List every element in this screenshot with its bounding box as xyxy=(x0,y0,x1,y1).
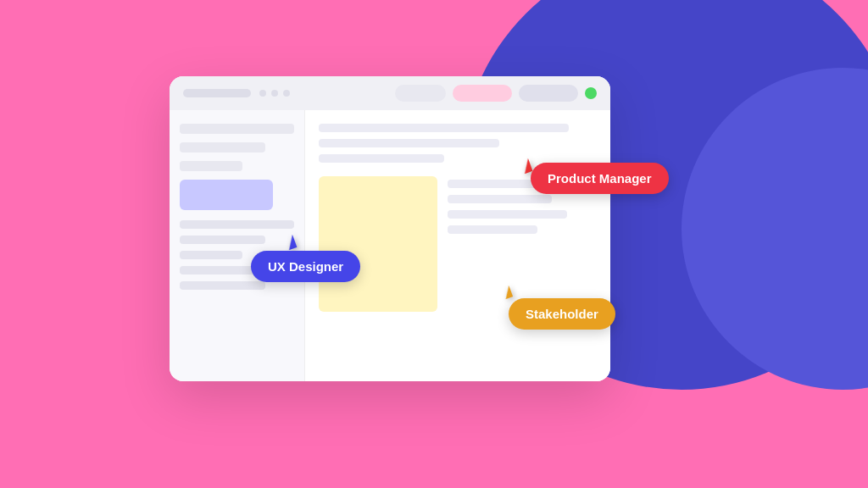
content-white-area xyxy=(448,176,597,312)
sidebar-line-3 xyxy=(180,251,242,259)
browser-titlebar xyxy=(170,76,610,110)
main-bar-2 xyxy=(319,139,499,147)
browser-main xyxy=(305,110,610,381)
dot-2 xyxy=(271,90,278,97)
ux-designer-label: UX Designer xyxy=(251,251,360,282)
sidebar-item-2 xyxy=(180,142,265,152)
sidebar-item-1 xyxy=(180,124,294,134)
sidebar-line-5 xyxy=(180,281,265,290)
tab-gray xyxy=(519,85,578,102)
browser-content xyxy=(170,110,610,381)
main-top-bars xyxy=(319,124,597,163)
status-dot xyxy=(585,87,597,99)
dot-3 xyxy=(283,90,290,97)
main-content-area xyxy=(319,176,597,312)
sidebar-line-1 xyxy=(180,220,294,229)
stakeholder-label: Stakeholder xyxy=(509,298,615,330)
browser-sidebar xyxy=(170,110,305,381)
titlebar-dots xyxy=(259,90,290,97)
dot-1 xyxy=(259,90,266,97)
sidebar-item-3 xyxy=(180,161,242,171)
main-bar-3 xyxy=(319,154,444,163)
sidebar-line-2 xyxy=(180,236,265,244)
browser-mockup xyxy=(170,76,610,381)
nav-bar-placeholder xyxy=(183,89,251,97)
sidebar-highlight xyxy=(180,180,273,210)
tab-active xyxy=(453,85,512,102)
main-bar-1 xyxy=(319,124,569,132)
titlebar-right xyxy=(395,85,597,102)
product-manager-label: Product Manager xyxy=(531,163,669,194)
content-line-2 xyxy=(448,195,552,203)
content-line-3 xyxy=(448,210,567,219)
titlebar-left xyxy=(183,89,251,97)
content-yellow-block xyxy=(319,176,437,312)
content-line-4 xyxy=(448,225,537,234)
tab-inactive xyxy=(395,85,446,102)
